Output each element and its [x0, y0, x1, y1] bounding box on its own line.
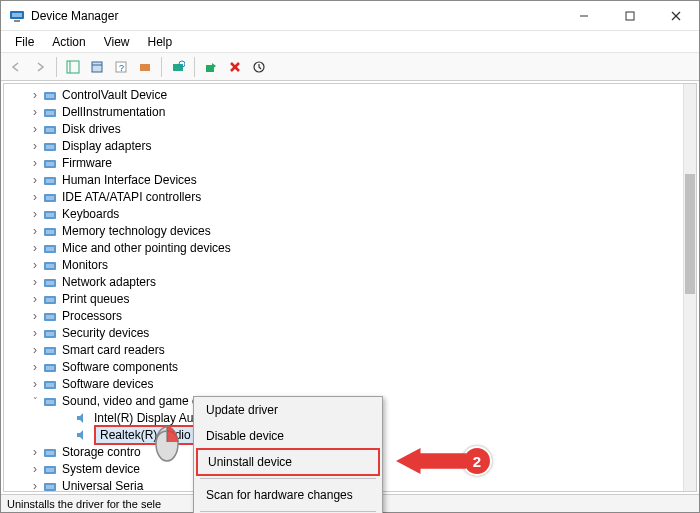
- device-category-icon: [42, 206, 58, 222]
- context-menu-item[interactable]: Uninstall device: [196, 448, 380, 476]
- device-category-icon: [42, 478, 58, 492]
- tree-node-label: DellInstrumentation: [62, 105, 165, 119]
- context-menu-item[interactable]: Update driver: [194, 397, 382, 423]
- tree-node[interactable]: ControlVault Device: [4, 86, 683, 103]
- enable-device-button[interactable]: [200, 56, 222, 78]
- chevron-right-icon[interactable]: [28, 224, 42, 238]
- device-category-icon: [42, 104, 58, 120]
- context-menu-item[interactable]: Scan for hardware changes: [194, 482, 382, 508]
- audio-device-icon: [74, 427, 90, 443]
- properties-button[interactable]: [86, 56, 108, 78]
- device-category-icon: [42, 138, 58, 154]
- svg-rect-57: [46, 400, 54, 404]
- toolbar-separator: [56, 57, 57, 77]
- device-category-icon: [42, 444, 58, 460]
- tree-node[interactable]: IDE ATA/ATAPI controllers: [4, 188, 683, 205]
- svg-rect-39: [46, 247, 54, 251]
- svg-rect-7: [67, 61, 79, 73]
- chevron-right-icon[interactable]: [28, 292, 42, 306]
- chevron-right-icon[interactable]: [28, 258, 42, 272]
- forward-button[interactable]: [29, 56, 51, 78]
- svg-rect-33: [46, 196, 54, 200]
- tree-node[interactable]: DellInstrumentation: [4, 103, 683, 120]
- svg-rect-13: [140, 64, 150, 71]
- tree-node[interactable]: Memory technology devices: [4, 222, 683, 239]
- chevron-right-icon[interactable]: [28, 343, 42, 357]
- chevron-right-icon[interactable]: [28, 190, 42, 204]
- tree-node-label: Print queues: [62, 292, 129, 306]
- tree-node[interactable]: Processors: [4, 307, 683, 324]
- chevron-right-icon[interactable]: [28, 156, 42, 170]
- tree-node-label: Universal Seria: [62, 479, 143, 492]
- chevron-right-icon[interactable]: [28, 88, 42, 102]
- tree-node[interactable]: Print queues: [4, 290, 683, 307]
- svg-rect-2: [14, 20, 20, 22]
- tree-node[interactable]: Software components: [4, 358, 683, 375]
- context-menu[interactable]: Update driverDisable deviceUninstall dev…: [193, 396, 383, 513]
- back-button[interactable]: [5, 56, 27, 78]
- minimize-button[interactable]: [561, 1, 607, 31]
- svg-rect-59: [46, 451, 54, 455]
- device-category-icon: [42, 121, 58, 137]
- tree-node-label: Processors: [62, 309, 122, 323]
- chevron-right-icon[interactable]: [28, 479, 42, 492]
- device-category-icon: [42, 342, 58, 358]
- svg-rect-37: [46, 230, 54, 234]
- action-button[interactable]: [134, 56, 156, 78]
- tree-node-label: Human Interface Devices: [62, 173, 197, 187]
- menu-view[interactable]: View: [96, 33, 138, 51]
- tree-node[interactable]: Network adapters: [4, 273, 683, 290]
- chevron-right-icon[interactable]: [28, 105, 42, 119]
- arrow-icon: [396, 448, 466, 474]
- svg-rect-51: [46, 349, 54, 353]
- tree-node[interactable]: Firmware: [4, 154, 683, 171]
- vertical-scrollbar[interactable]: [683, 84, 696, 491]
- chevron-right-icon[interactable]: [28, 445, 42, 459]
- device-category-icon: [42, 274, 58, 290]
- menu-file[interactable]: File: [7, 33, 42, 51]
- tree-node[interactable]: Keyboards: [4, 205, 683, 222]
- menu-separator: [200, 478, 376, 479]
- svg-rect-29: [46, 162, 54, 166]
- menu-action[interactable]: Action: [44, 33, 93, 51]
- chevron-right-icon[interactable]: [28, 207, 42, 221]
- tree-node[interactable]: Disk drives: [4, 120, 683, 137]
- help-button[interactable]: ?: [110, 56, 132, 78]
- tree-node[interactable]: Security devices: [4, 324, 683, 341]
- scrollbar-thumb[interactable]: [685, 174, 695, 294]
- status-text: Uninstalls the driver for the sele: [7, 498, 161, 510]
- tree-node[interactable]: Software devices: [4, 375, 683, 392]
- tree-node[interactable]: Smart card readers: [4, 341, 683, 358]
- chevron-right-icon[interactable]: [28, 360, 42, 374]
- chevron-right-icon[interactable]: [28, 326, 42, 340]
- scan-hardware-button[interactable]: [167, 56, 189, 78]
- chevron-right-icon[interactable]: [28, 275, 42, 289]
- app-icon: [9, 8, 25, 24]
- device-category-icon: [42, 172, 58, 188]
- chevron-right-icon[interactable]: [28, 139, 42, 153]
- show-hide-tree-button[interactable]: [62, 56, 84, 78]
- chevron-right-icon[interactable]: [28, 462, 42, 476]
- title-bar[interactable]: Device Manager: [1, 1, 699, 31]
- tree-node[interactable]: Mice and other pointing devices: [4, 239, 683, 256]
- tree-node[interactable]: Display adapters: [4, 137, 683, 154]
- chevron-right-icon[interactable]: [28, 309, 42, 323]
- chevron-right-icon[interactable]: [28, 122, 42, 136]
- device-category-icon: [42, 461, 58, 477]
- tree-node[interactable]: Human Interface Devices: [4, 171, 683, 188]
- toolbar-separator: [194, 57, 195, 77]
- chevron-right-icon[interactable]: [28, 377, 42, 391]
- tree-node[interactable]: Monitors: [4, 256, 683, 273]
- close-button[interactable]: [653, 1, 699, 31]
- menu-help[interactable]: Help: [140, 33, 181, 51]
- device-category-icon: [42, 189, 58, 205]
- disable-device-button[interactable]: [224, 56, 246, 78]
- chevron-down-icon[interactable]: [28, 396, 42, 406]
- chevron-right-icon[interactable]: [28, 173, 42, 187]
- maximize-button[interactable]: [607, 1, 653, 31]
- svg-rect-21: [46, 94, 54, 98]
- context-menu-item[interactable]: Disable device: [194, 423, 382, 449]
- update-driver-button[interactable]: [248, 56, 270, 78]
- step-number-badge: 2: [462, 446, 492, 476]
- chevron-right-icon[interactable]: [28, 241, 42, 255]
